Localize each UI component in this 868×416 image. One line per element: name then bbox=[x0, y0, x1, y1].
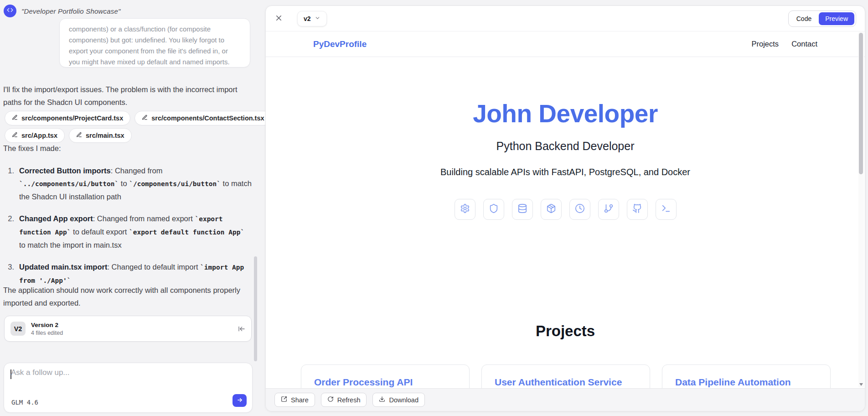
tab-preview[interactable]: Preview bbox=[819, 12, 854, 25]
share-label: Share bbox=[291, 396, 309, 404]
hero-tagline: Building scalable APIs with FastAPI, Pos… bbox=[266, 167, 865, 177]
site-nav-projects[interactable]: Projects bbox=[752, 40, 779, 48]
composer: GLM 4.6 bbox=[4, 363, 253, 413]
project-card[interactable]: Order Processing API bbox=[301, 364, 470, 388]
restore-version-icon[interactable] bbox=[238, 325, 245, 333]
refresh-icon bbox=[327, 396, 334, 404]
project-card-title: Order Processing API bbox=[314, 377, 456, 388]
preview-scrollbar[interactable] bbox=[858, 32, 864, 387]
gear-icon bbox=[460, 203, 470, 215]
list-item-text: Updated main.tsx import: Changed to defa… bbox=[19, 260, 252, 287]
share-button[interactable]: Share bbox=[274, 393, 315, 407]
version-subtitle: 4 files edited bbox=[31, 330, 63, 336]
hero-role: Python Backend Developer bbox=[266, 140, 865, 153]
github-icon bbox=[632, 203, 642, 215]
shield-icon-button[interactable] bbox=[483, 199, 504, 220]
list-item-number: 1. bbox=[5, 164, 14, 203]
download-button[interactable]: Download bbox=[372, 393, 425, 407]
share-icon bbox=[281, 396, 287, 404]
clock-icon-button[interactable] bbox=[569, 199, 590, 220]
file-chip-label: src/components/ContactSection.tsx bbox=[151, 114, 264, 122]
version-selector-label: v2 bbox=[304, 15, 311, 22]
file-chip-main[interactable]: src/main.tsx bbox=[69, 128, 132, 143]
list-item-text: Corrected Button imports: Changed from `… bbox=[19, 164, 252, 203]
chat-panel: "Developer Portfolio Showcase" component… bbox=[0, 0, 265, 416]
download-label: Download bbox=[389, 396, 418, 404]
tab-code[interactable]: Code bbox=[790, 12, 818, 25]
file-chip-label: src/App.tsx bbox=[21, 132, 57, 139]
package-icon bbox=[546, 203, 556, 215]
pencil-icon bbox=[12, 132, 18, 139]
close-icon bbox=[274, 14, 283, 24]
app-logo bbox=[4, 5, 16, 17]
code-preview-toggle: Code Preview bbox=[788, 10, 856, 27]
version-badge: V2 bbox=[10, 322, 26, 336]
version-info: Version 2 4 files edited bbox=[31, 322, 63, 336]
assistant-closing-text: The application should now work correctl… bbox=[3, 284, 252, 309]
projects-section-title: Projects bbox=[266, 322, 865, 340]
list-item: 1. Corrected Button imports: Changed fro… bbox=[5, 164, 252, 203]
site-nav-contact[interactable]: Contact bbox=[791, 40, 817, 48]
preview-footer: Share Refresh Download bbox=[266, 388, 865, 411]
version-selector[interactable]: v2 bbox=[297, 11, 327, 26]
file-chip-contactsection[interactable]: src/components/ContactSection.tsx bbox=[134, 111, 271, 125]
clock-icon bbox=[575, 203, 585, 215]
code-icon bbox=[7, 7, 13, 15]
site-brand[interactable]: PyDevProfile bbox=[313, 39, 367, 49]
project-title: "Developer Portfolio Showcase" bbox=[21, 7, 121, 15]
app-root: "Developer Portfolio Showcase" component… bbox=[0, 0, 868, 416]
pencil-icon bbox=[142, 114, 148, 122]
project-card[interactable]: Data Pipeline Automation bbox=[662, 364, 831, 388]
file-chip-app[interactable]: src/App.tsx bbox=[5, 128, 65, 143]
project-card-title: User Authentication Service bbox=[495, 377, 637, 388]
hero-name: John Developer bbox=[266, 99, 865, 128]
assistant-intro-text: I'll fix the import/export issues. The p… bbox=[3, 83, 252, 109]
fixes-label: The fixes I made: bbox=[3, 144, 61, 153]
model-label: GLM 4.6 bbox=[11, 399, 38, 406]
terminal-icon bbox=[661, 203, 671, 215]
git-branch-icon bbox=[604, 203, 614, 215]
project-card[interactable]: User Authentication Service bbox=[481, 364, 650, 388]
version-title: Version 2 bbox=[31, 322, 63, 328]
list-item-number: 2. bbox=[5, 212, 14, 251]
followup-input[interactable] bbox=[11, 368, 239, 390]
list-item: 2. Changed App export: Changed from name… bbox=[5, 212, 252, 251]
hero-section: John Developer Python Backend Developer … bbox=[266, 57, 865, 220]
pencil-icon bbox=[12, 114, 18, 122]
git-branch-icon-button[interactable] bbox=[598, 199, 619, 220]
send-button[interactable] bbox=[232, 394, 247, 407]
user-message-card: components) or a class/function (for com… bbox=[59, 18, 250, 68]
download-icon bbox=[379, 396, 385, 404]
package-icon-button[interactable] bbox=[541, 199, 562, 220]
tech-icon-row bbox=[266, 199, 865, 220]
shield-icon bbox=[489, 203, 499, 215]
chevron-down-icon bbox=[315, 15, 320, 22]
arrow-right-icon bbox=[237, 397, 243, 405]
edited-files-row-1: src/components/ProjectCard.tsx src/compo… bbox=[5, 111, 272, 125]
list-item-number: 3. bbox=[5, 260, 14, 287]
file-chip-label: src/components/ProjectCard.tsx bbox=[21, 114, 123, 122]
chat-scrollbar-thumb[interactable] bbox=[254, 256, 257, 361]
fixes-list: 1. Corrected Button imports: Changed fro… bbox=[5, 164, 252, 296]
file-chip-label: src/main.tsx bbox=[86, 132, 124, 139]
database-icon-button[interactable] bbox=[512, 199, 533, 220]
site-header: PyDevProfile Projects Contact bbox=[266, 31, 865, 57]
database-icon bbox=[517, 203, 527, 215]
refresh-button[interactable]: Refresh bbox=[321, 393, 367, 407]
list-item-text: Changed App export: Changed from named e… bbox=[19, 212, 252, 251]
close-preview-button[interactable] bbox=[274, 14, 283, 24]
preview-scrollbar-thumb[interactable] bbox=[859, 33, 863, 174]
list-item: 3. Updated main.tsx import: Changed to d… bbox=[5, 260, 252, 287]
project-cards: Order Processing API User Authentication… bbox=[301, 364, 831, 388]
file-chip-projectcard[interactable]: src/components/ProjectCard.tsx bbox=[5, 111, 130, 125]
github-icon-button[interactable] bbox=[627, 199, 648, 220]
preview-toolbar: v2 Code Preview bbox=[266, 6, 865, 31]
version-card[interactable]: V2 Version 2 4 files edited bbox=[4, 316, 252, 342]
pencil-icon bbox=[76, 132, 82, 139]
user-message-text: components) or a class/function (for com… bbox=[69, 25, 230, 66]
gear-icon-button[interactable] bbox=[455, 199, 475, 220]
terminal-icon-button[interactable] bbox=[656, 199, 677, 220]
refresh-label: Refresh bbox=[337, 396, 361, 404]
rendered-site-preview: PyDevProfile Projects Contact John Devel… bbox=[266, 31, 865, 388]
scroll-down-arrow-icon[interactable] bbox=[859, 383, 863, 386]
